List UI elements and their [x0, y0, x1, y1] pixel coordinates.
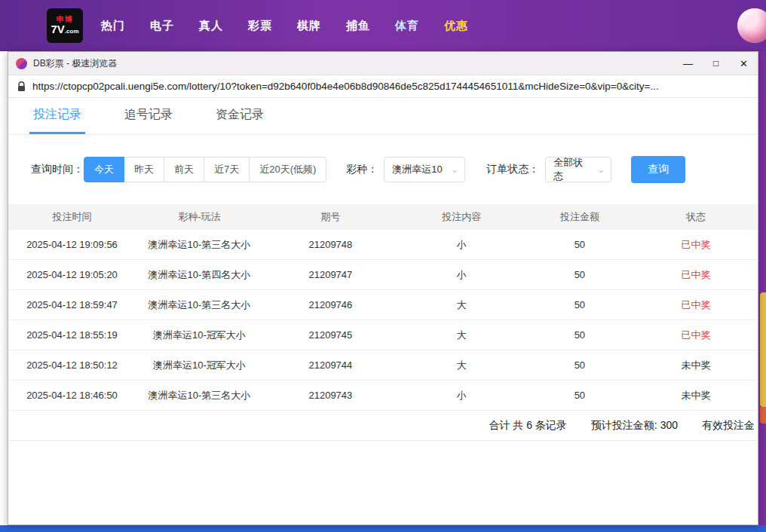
cell-issue: 21209748: [263, 239, 398, 250]
cell-game: 澳洲幸运10-冠军大小: [136, 359, 263, 372]
cell-content: 小: [398, 238, 525, 252]
minimize-button[interactable]: —: [674, 52, 702, 75]
cell-status: 已中奖: [634, 268, 758, 282]
cell-content: 大: [398, 359, 525, 372]
cell-time: 2025-04-12 18:55:19: [8, 329, 136, 341]
order-status-value: 全部状态: [553, 156, 593, 183]
nav-item[interactable]: 体育: [395, 19, 419, 33]
window-controls: — □ ✕: [674, 52, 758, 75]
nav-item[interactable]: 优惠: [444, 19, 468, 33]
cell-amount: 50: [525, 329, 634, 341]
window-titlebar: DB彩票 - 极速浏览器 — □ ✕: [8, 52, 758, 75]
cell-time: 2025-04-12 19:09:56: [8, 239, 136, 250]
site-logo[interactable]: 申博 7V.com: [47, 8, 83, 43]
cell-issue: 21209747: [263, 269, 398, 280]
column-header: 投注金额: [525, 210, 634, 224]
cell-content: 大: [398, 329, 525, 342]
order-status-label: 订单状态：: [486, 163, 539, 176]
nav-item[interactable]: 电子: [150, 19, 174, 33]
nav-menu: 热门电子真人彩票棋牌捕鱼体育优惠: [101, 19, 468, 33]
chevron-down-icon: ⌄: [451, 164, 458, 175]
table-body: 2025-04-12 19:09:56澳洲幸运10-第三名大小21209748小…: [8, 230, 758, 411]
tab-fund-records[interactable]: 资金记录: [212, 107, 268, 134]
time-filter-group: 今天昨天前天近7天近20天(低频): [84, 157, 326, 182]
table-row: 2025-04-12 18:59:47澳洲幸运10-第三名大小21209746大…: [8, 290, 758, 320]
column-header: 期号: [263, 210, 398, 224]
nav-item[interactable]: 热门: [101, 19, 125, 33]
tab-chase-records[interactable]: 追号记录: [121, 107, 176, 134]
cell-status: 未中奖: [634, 359, 758, 372]
lottery-select[interactable]: 澳洲幸运10 ⌄: [384, 157, 465, 182]
cell-amount: 50: [525, 390, 634, 401]
cell-issue: 21209745: [263, 329, 398, 341]
close-button[interactable]: ✕: [730, 52, 758, 75]
browser-window: DB彩票 - 极速浏览器 — □ ✕ https://ctopcp02pcali…: [8, 51, 758, 525]
lock-icon: [17, 81, 26, 92]
table-row: 2025-04-12 18:50:12澳洲幸运10-冠军大小21209744大5…: [8, 350, 758, 381]
floating-side-widget[interactable]: [760, 292, 766, 407]
site-favicon-icon: [16, 58, 27, 69]
cell-issue: 21209744: [263, 359, 398, 371]
summary-total: 合计 共 6 条记录: [489, 419, 566, 433]
chevron-down-icon: ⌄: [597, 164, 605, 175]
cell-content: 大: [398, 298, 525, 312]
lottery-select-value: 澳洲幸运10: [392, 163, 442, 176]
nav-item[interactable]: 棋牌: [297, 19, 321, 33]
cell-status: 未中奖: [634, 389, 758, 402]
nav-item[interactable]: 彩票: [248, 19, 272, 33]
url-text[interactable]: https://ctopcp02pcali.uengi5e.com/lotter…: [32, 81, 659, 92]
bottom-bar: [0, 525, 766, 532]
summary-row: 合计 共 6 条记录 预计投注金额: 300 有效投注金: [8, 411, 758, 441]
order-status-select[interactable]: 全部状态 ⌄: [545, 157, 611, 182]
cell-time: 2025-04-12 18:50:12: [8, 359, 136, 371]
time-filter-label: 查询时间：: [31, 163, 84, 176]
table-row: 2025-04-12 18:55:19澳洲幸运10-冠军大小21209745大5…: [8, 320, 758, 350]
cell-content: 小: [398, 389, 525, 402]
summary-expected-amount: 预计投注金额: 300: [591, 419, 678, 433]
filter-bar: 查询时间： 今天昨天前天近7天近20天(低频) 彩种： 澳洲幸运10 ⌄ 订单状…: [8, 135, 758, 204]
column-header: 状态: [634, 210, 758, 224]
user-avatar[interactable]: [737, 8, 766, 43]
cell-game: 澳洲幸运10-第三名大小: [136, 298, 263, 312]
cell-content: 小: [398, 268, 525, 282]
column-header: 投注内容: [398, 210, 525, 224]
address-bar[interactable]: https://ctopcp02pcali.uengi5e.com/lotter…: [8, 75, 758, 98]
cell-amount: 50: [525, 239, 634, 250]
cell-game: 澳洲幸运10-第四名大小: [136, 268, 263, 282]
cell-issue: 21209746: [263, 299, 398, 310]
table-row: 2025-04-12 19:05:20澳洲幸运10-第四名大小21209747小…: [8, 260, 758, 290]
page-background-strip: [758, 51, 766, 525]
table-row: 2025-04-12 19:09:56澳洲幸运10-第三名大小21209748小…: [8, 230, 758, 260]
cell-amount: 50: [525, 269, 634, 280]
cell-status: 已中奖: [634, 329, 758, 342]
table-row: 2025-04-12 18:46:50澳洲幸运10-第三名大小21209743小…: [8, 381, 758, 411]
maximize-button[interactable]: □: [702, 52, 730, 75]
logo-text-main: 7V.com: [51, 23, 78, 35]
tab-bet-records[interactable]: 投注记录: [29, 107, 85, 134]
lottery-filter-label: 彩种：: [346, 163, 378, 176]
cell-game: 澳洲幸运10-冠军大小: [136, 329, 263, 342]
screen: 申博 7V.com 热门电子真人彩票棋牌捕鱼体育优惠 DB彩票 - 极速浏览器 …: [0, 0, 766, 532]
column-header: 彩种-玩法: [136, 210, 263, 224]
cell-amount: 50: [525, 359, 634, 371]
time-filter-button[interactable]: 昨天: [124, 157, 164, 182]
summary-valid-amount: 有效投注金: [702, 419, 755, 433]
time-filter-button[interactable]: 近20天(低频): [250, 157, 326, 182]
cell-game: 澳洲幸运10-第三名大小: [136, 389, 263, 402]
cell-time: 2025-04-12 19:05:20: [8, 269, 136, 280]
time-filter-button[interactable]: 前天: [164, 157, 204, 182]
site-top-nav: 申博 7V.com 热门电子真人彩票棋牌捕鱼体育优惠: [0, 0, 766, 51]
nav-item[interactable]: 捕鱼: [346, 19, 370, 33]
tab-bar: 投注记录 追号记录 资金记录: [8, 98, 758, 135]
cell-amount: 50: [525, 299, 634, 310]
query-button[interactable]: 查询: [631, 156, 685, 183]
page-content: 投注记录 追号记录 资金记录 查询时间： 今天昨天前天近7天近20天(低频) 彩…: [8, 98, 758, 524]
nav-item[interactable]: 真人: [199, 19, 223, 33]
table-header-row: 投注时间彩种-玩法期号投注内容投注金额状态: [8, 204, 758, 230]
cell-time: 2025-04-12 18:59:47: [8, 299, 136, 310]
cell-issue: 21209743: [263, 390, 398, 401]
time-filter-button[interactable]: 今天: [84, 157, 124, 182]
time-filter-button[interactable]: 近7天: [204, 157, 250, 182]
column-header: 投注时间: [8, 210, 136, 224]
cell-time: 2025-04-12 18:46:50: [8, 390, 136, 401]
